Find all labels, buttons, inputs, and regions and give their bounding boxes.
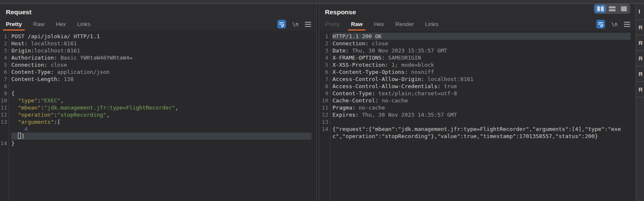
rows-icon (609, 6, 616, 11)
inspector-section-cell[interactable]: R (636, 82, 644, 97)
request-tab-pretty[interactable]: Pretty (6, 18, 22, 31)
response-panel-title: Response (319, 4, 636, 18)
code-line: Content-Type: text/plain;charset=utf-8 (332, 90, 631, 97)
code-line: {"request":{"mbean":"jdk.management.jfr:… (332, 125, 631, 140)
request-editor[interactable]: 12345678910111213 14 POST /api/jolokia/ … (0, 31, 317, 201)
request-panel: Request Pretty Raw Hex Links \n (0, 4, 317, 201)
hamburger-menu-icon[interactable] (305, 22, 311, 27)
code-line: Date: Thu, 30 Nov 2023 15:35:57 GMT (332, 47, 631, 54)
view-layout-switcher (594, 4, 630, 14)
code-line: Connection: close (11, 61, 312, 68)
inspector-section-cell[interactable]: R (636, 20, 644, 35)
response-editor-code: HTTP/1.1 200 OKConnection: closeDate: Th… (330, 33, 631, 201)
code-line: Authorization: Basic YWRtaW46YWRtaW4= (11, 54, 312, 61)
inspector-section-cell[interactable]: R (636, 51, 644, 66)
code-line: Access-Control-Allow-Credentials: true (332, 83, 631, 90)
columns-icon (601, 6, 604, 11)
request-tab-links[interactable]: Links (77, 18, 90, 31)
rows-layout-button[interactable] (606, 5, 618, 13)
code-line: X-Content-Type-Options: nosniff (332, 68, 631, 76)
inspector-section-cell[interactable]: R (636, 35, 644, 51)
code-line: "arguments":[ (11, 118, 312, 125)
word-wrap-toggle-button[interactable] (596, 20, 605, 29)
response-tab-pretty[interactable]: Pretty (325, 18, 340, 31)
request-tab-raw[interactable]: Raw (33, 18, 44, 31)
newline-toggle[interactable]: \n (292, 21, 299, 27)
request-panel-title: Request (0, 4, 317, 18)
code-line: X-FRAME-OPTIONS: SAMEORIGIN (332, 54, 631, 61)
single-layout-button[interactable] (618, 5, 629, 13)
text-cursor (18, 133, 21, 139)
code-line: Expires: Thu, 30 Nov 2023 14:35:57 GMT (332, 111, 631, 118)
columns-layout-button[interactable] (595, 5, 606, 13)
code-line (11, 83, 312, 90)
code-line: X-XSS-Protection: 1; mode=block (332, 61, 631, 68)
code-line: "operation":"stopRecording", (11, 111, 312, 118)
word-wrap-icon (278, 21, 285, 27)
response-tabs-bar: Pretty Raw Hex Render Links \n (319, 18, 636, 31)
newline-toggle[interactable]: \n (611, 21, 618, 27)
request-editor-gutter: 12345678910111213 14 (0, 33, 9, 201)
request-editor-toolbar: \n (277, 18, 317, 31)
code-line: } (11, 140, 312, 147)
word-wrap-icon (598, 21, 604, 27)
code-line: Connection: close (332, 40, 631, 47)
code-line: POST /api/jolokia/ HTTP/1.1 (11, 33, 312, 40)
request-tab-hex[interactable]: Hex (56, 18, 66, 31)
code-line: ] (11, 133, 312, 140)
code-line: { (11, 90, 312, 97)
single-pane-icon (621, 6, 627, 11)
word-wrap-toggle-button[interactable] (277, 20, 286, 29)
columns-icon (597, 6, 600, 11)
response-tab-render[interactable]: Render (395, 18, 414, 31)
code-line: HTTP/1.1 200 OK (332, 33, 631, 40)
top-strip (0, 0, 644, 4)
response-tab-hex[interactable]: Hex (374, 18, 384, 31)
code-line: 4 (11, 125, 312, 133)
code-line: Access-Control-Allow-Origin: localhost:8… (332, 76, 631, 83)
response-editor-toolbar: \n (596, 18, 636, 31)
code-line: "mbean":"jdk.management.jfr:type=FlightR… (11, 104, 312, 111)
response-editor[interactable]: 1234567891011121314 HTTP/1.1 200 OKConne… (319, 31, 636, 201)
request-editor-code: POST /api/jolokia/ HTTP/1.1Host: localho… (9, 33, 312, 201)
response-tab-links[interactable]: Links (425, 18, 438, 31)
inspector-section-cell[interactable]: R (636, 66, 644, 82)
code-line: Content-Type: application/json (11, 68, 312, 76)
code-line: Content-Length: 138 (11, 76, 312, 83)
code-line: Cache-Control: no-cache (332, 97, 631, 104)
inspector-title-cell[interactable]: I (636, 4, 644, 20)
code-line (332, 118, 631, 125)
request-tabs-bar: Pretty Raw Hex Links \n (0, 18, 317, 31)
code-line: "type":"EXEC", (11, 97, 312, 104)
code-line: Host: localhost:8161 (11, 40, 312, 47)
inspector-collapsed-strip: I R R R R R (636, 4, 644, 201)
response-tab-raw[interactable]: Raw (351, 18, 363, 31)
code-line: Pragma: no-cache (332, 104, 631, 111)
code-line: Origin:localhost:8161 (11, 47, 312, 54)
response-editor-gutter: 1234567891011121314 (319, 33, 330, 201)
hamburger-menu-icon[interactable] (624, 22, 630, 27)
response-panel: Response Pretty Raw Hex Render Links \n (319, 4, 636, 201)
